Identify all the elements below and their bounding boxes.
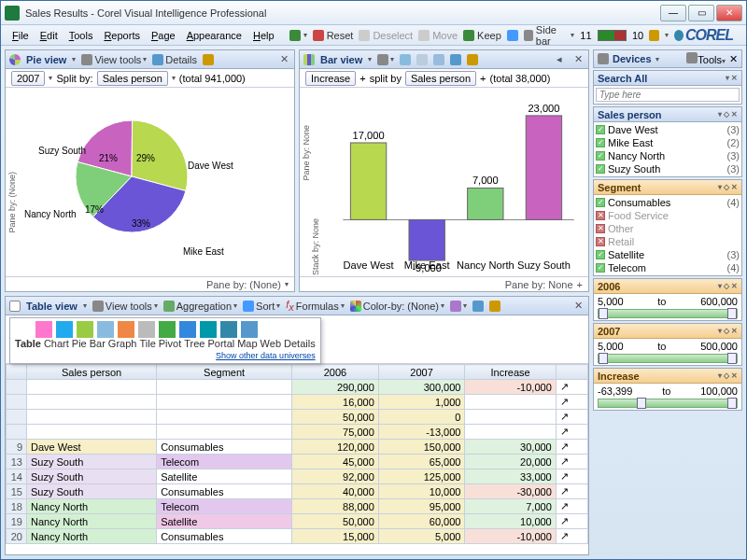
column-header[interactable]: Segment xyxy=(157,365,292,380)
deselect-button[interactable]: Deselect xyxy=(359,30,413,41)
table-row[interactable]: 9Dave WestConsumables120,000150,00030,00… xyxy=(7,440,588,455)
filter-item[interactable]: ✓Consumables(4) xyxy=(596,196,740,209)
maximize-button[interactable]: ▭ xyxy=(688,5,714,21)
table-row[interactable]: 19Nancy NorthSatellite50,00060,00010,000… xyxy=(7,514,588,529)
range-2006-title[interactable]: 2006 xyxy=(598,281,620,292)
universe-tree-icon[interactable] xyxy=(159,321,176,338)
universe-table-icon[interactable] xyxy=(15,321,32,338)
data-table[interactable]: Sales personSegment20062007Increase290,0… xyxy=(6,364,588,554)
search-input[interactable] xyxy=(596,88,740,102)
menu-edit[interactable]: Edit xyxy=(35,28,63,43)
filter-item[interactable]: ✓Mike East(2) xyxy=(596,136,740,149)
table-row[interactable]: 15Suzy SouthConsumables40,00010,000-30,0… xyxy=(7,484,588,499)
pie-year-select[interactable]: 2007 xyxy=(11,71,45,86)
column-header[interactable]: Increase xyxy=(465,365,556,380)
help-icon[interactable] xyxy=(674,30,684,41)
column-header[interactable]: Sales person xyxy=(27,365,157,380)
universe-graph-icon[interactable] xyxy=(97,321,114,338)
universe-web-icon[interactable] xyxy=(220,321,237,338)
range-inc-slider[interactable]: -63,399to100,000 xyxy=(594,384,741,410)
devices-close[interactable]: ✕ xyxy=(729,53,738,65)
table-row[interactable]: 50,0000↗ xyxy=(7,410,588,425)
menu-page[interactable]: Page xyxy=(146,28,181,43)
column-header[interactable] xyxy=(556,365,587,380)
universe-graph-label[interactable]: Graph xyxy=(108,338,137,349)
table-row[interactable]: 75,000-13,000↗ xyxy=(7,425,588,440)
table-row[interactable]: 18Nancy NorthTelecom88,00095,0007,000↗ xyxy=(7,499,588,514)
bar-chart[interactable]: 17,000Dave West-9,000Mike East7,000Nancy… xyxy=(300,88,588,276)
universe-pivot-label[interactable]: Pivot xyxy=(159,338,181,349)
universe-pivot-icon[interactable] xyxy=(138,321,155,338)
table-extra-1[interactable]: ▾ xyxy=(450,301,467,312)
table-cart[interactable] xyxy=(489,301,500,312)
universe-tile-label[interactable]: Tile xyxy=(139,338,155,349)
filter-item[interactable]: ✕Food Service xyxy=(596,209,740,222)
universe-tile-icon[interactable] xyxy=(118,321,134,338)
devices-tools[interactable]: Tools▾ xyxy=(686,52,726,65)
pie-pane-bottom[interactable]: Pane by: (None) xyxy=(206,279,281,290)
column-header[interactable] xyxy=(7,365,27,380)
bar-chart-type-2[interactable] xyxy=(416,54,428,65)
bar-chart-type-1[interactable] xyxy=(400,54,411,65)
table-aggregation[interactable]: Aggregation▾ xyxy=(163,301,237,312)
bar-measure[interactable]: Increase xyxy=(305,71,356,86)
table-formulas[interactable]: fxFormulas▾ xyxy=(286,299,344,313)
universe-web-label[interactable]: Web xyxy=(261,338,281,349)
sidebar-button[interactable]: Side bar▾ xyxy=(524,24,575,47)
bar-cart[interactable] xyxy=(467,54,478,65)
filter-item[interactable]: ✓Dave West(3) xyxy=(596,123,740,136)
move-button[interactable]: Move xyxy=(418,30,458,41)
table-viewtools[interactable]: View tools▾ xyxy=(92,301,158,312)
range-inc-title[interactable]: Increase xyxy=(598,371,640,382)
universe-map-icon[interactable] xyxy=(200,321,217,338)
close-button[interactable]: ✕ xyxy=(716,5,742,21)
universe-portal-label[interactable]: Portal xyxy=(207,338,234,349)
table-details[interactable] xyxy=(472,301,484,312)
search-title[interactable]: Search All xyxy=(598,73,647,84)
universe-table-label[interactable]: Table xyxy=(15,338,41,349)
filter-item[interactable]: ✓Telecom(4) xyxy=(596,261,740,274)
table-row[interactable]: 16,0001,000↗ xyxy=(7,395,588,410)
minimize-button[interactable]: — xyxy=(660,5,686,21)
universe-map-label[interactable]: Map xyxy=(237,338,257,349)
universe-details-label[interactable]: Details xyxy=(284,338,316,349)
reset-button[interactable]: Reset xyxy=(313,30,354,41)
filter-item[interactable]: ✕Retail xyxy=(596,235,740,248)
pie-split-select[interactable]: Sales person xyxy=(97,71,168,86)
universe-portal-icon[interactable] xyxy=(179,321,196,338)
universe-chart-label[interactable]: Chart xyxy=(44,338,69,349)
bar-close[interactable]: ✕ xyxy=(571,53,585,65)
menu-reports[interactable]: Reports xyxy=(98,28,146,43)
bar-chart-type-3[interactable] xyxy=(433,54,444,65)
pie-viewtools[interactable]: View tools▾ xyxy=(81,54,147,65)
universe-pie-label[interactable]: Pie xyxy=(72,338,87,349)
range-2006-slider[interactable]: 5,000to600,000 xyxy=(594,294,741,320)
universe-tree-label[interactable]: Tree xyxy=(184,338,204,349)
range-2007-slider[interactable]: 5,000to500,000 xyxy=(594,339,741,365)
filter-item[interactable]: ✓Satellite(3) xyxy=(596,248,740,261)
bar-prev[interactable]: ◂ xyxy=(553,53,566,65)
column-header[interactable]: 2007 xyxy=(378,365,465,380)
range-2007-title[interactable]: 2007 xyxy=(598,326,620,337)
menu-help[interactable]: Help xyxy=(247,28,280,43)
universe-bar-icon[interactable] xyxy=(77,321,93,338)
universe-details-icon[interactable] xyxy=(241,321,258,338)
table-row[interactable]: 14Suzy SouthSatellite92,000125,00033,000… xyxy=(7,469,588,484)
pie-details-button[interactable]: Details xyxy=(152,54,197,65)
menu-appearance[interactable]: Appearance xyxy=(181,28,247,43)
table-row[interactable]: 13Suzy SouthTelecom45,00065,00020,000↗ xyxy=(7,455,588,469)
universe-link[interactable]: Show other data universes xyxy=(15,351,316,360)
filter-item[interactable]: ✓Nancy North(3) xyxy=(596,149,740,162)
segment-title[interactable]: Segment xyxy=(598,182,641,193)
column-header[interactable]: 2006 xyxy=(292,365,379,380)
universe-chart-icon[interactable] xyxy=(35,321,52,338)
table-row[interactable]: 290,000300,000-10,000↗ xyxy=(7,380,588,395)
universe-bar-label[interactable]: Bar xyxy=(90,338,106,349)
salesperson-title[interactable]: Sales person xyxy=(598,109,661,120)
cart-icon[interactable] xyxy=(649,30,658,41)
table-colorby[interactable]: Color-by: (None)▾ xyxy=(350,301,444,312)
pie-chart[interactable]: Dave West29%Mike East33%Nancy North17%Su… xyxy=(6,88,294,276)
menu-file[interactable]: File xyxy=(7,28,35,43)
filter-item[interactable]: ✕Other xyxy=(596,222,740,235)
nav-button[interactable] xyxy=(507,30,518,41)
